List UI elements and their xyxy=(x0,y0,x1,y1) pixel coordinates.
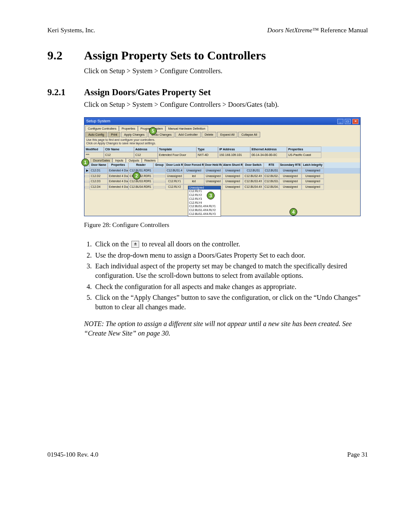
door-row[interactable]: C12.D2Extended 4 DoorC12.BUS2.RDR1Unassi… xyxy=(84,174,360,179)
step-1b: to reveal all doors on the controller. xyxy=(140,240,240,248)
delete-button[interactable]: Delete xyxy=(202,132,216,137)
col-template: Template xyxy=(158,146,196,152)
header-product: Doors NetXtreme xyxy=(267,27,312,34)
door-cell: C12.BUS4.4X xyxy=(264,184,279,190)
door-cell: Unassigned xyxy=(279,174,302,179)
door-cell: C12.BUS1 xyxy=(243,168,264,174)
door-cell: C12.D1 xyxy=(90,168,108,174)
door-row[interactable]: C12.D3Extended 4 DoorC12.BUS3.RDR1C12.RL… xyxy=(84,179,360,184)
door-cell: C12.BUS4.RDR1 xyxy=(128,184,153,190)
step-5: Click on the “Apply Changes” button to s… xyxy=(93,293,368,311)
door-cell: Unassigned xyxy=(279,168,302,174)
controller-row[interactable]: *** C12 C12 Extended Four Door NXT-4D 19… xyxy=(84,152,360,158)
door-row[interactable]: C12.D4Extended 4 DoorC12.BUS4.RDR1C12.RL… xyxy=(84,184,360,190)
cell-modified: *** xyxy=(84,152,104,158)
col-ip: IP Address xyxy=(218,146,250,152)
door-cell: Unassigned xyxy=(302,174,324,179)
cell-template: Extended Four Door xyxy=(158,152,196,158)
door-cell: Unassigned xyxy=(222,174,243,179)
door-cell: C12.D3 xyxy=(90,179,108,184)
door-lock-dropdown[interactable]: Unassigned C12.RLY1 C12.RLY2 C12.RLY3 C1… xyxy=(188,186,221,217)
h-reader: Reader xyxy=(128,162,153,168)
sub-tabs: Doors/Gates Inputs Outputs Readers xyxy=(84,158,360,162)
callout-3: 3 xyxy=(207,192,215,199)
door-cell: Extended 4 Door xyxy=(108,184,128,190)
col-modified: Modified xyxy=(84,146,104,152)
minimize-button[interactable]: _ xyxy=(337,119,343,124)
toolbar: Auto Config Print Apply Changes Undo Cha… xyxy=(84,131,360,138)
subtab-outputs[interactable]: Outputs xyxy=(126,158,142,162)
door-cell: C12.BUS1.4 xyxy=(165,168,184,174)
h-group: Group xyxy=(153,162,165,168)
cell-ethernet: 00-14-34-00-00-0C xyxy=(250,152,287,158)
cell-ctlr-name: C12 xyxy=(104,152,134,158)
door-cell: Unassigned xyxy=(222,179,243,184)
steps-list: Click on the ± to reveal all doors on th… xyxy=(84,240,368,311)
maximize-button[interactable]: ▭ xyxy=(345,119,351,124)
doors-grid-header: Door Name Properties Reader Group Door L… xyxy=(84,162,360,168)
door-cell xyxy=(84,187,90,188)
page-footer: 01945-100 Rev. 4.0 Page 31 xyxy=(47,450,368,459)
door-row[interactable]: ▶C12.D1Extended 4 DoorC12.BUS1.RDR1C12.B… xyxy=(84,168,360,174)
tab-manual-hardware[interactable]: Manual Hardware Definition xyxy=(165,126,208,131)
door-cell: C12.BUS2.4X xyxy=(264,174,279,179)
tip-line-1: Use this page to find and configure your… xyxy=(86,138,358,142)
door-cell: Unassigned xyxy=(184,168,204,174)
dd-opt[interactable]: C12.BUS1.4X4.RLY2 xyxy=(188,208,221,212)
door-cell: Unassigned xyxy=(302,179,324,184)
subsection-title: Assign Doors/Gates Property Set xyxy=(84,87,211,97)
door-cell xyxy=(84,175,90,177)
door-cell xyxy=(153,170,165,171)
tab-configure-controllers[interactable]: Configure Controllers xyxy=(85,126,119,131)
subtab-inputs[interactable]: Inputs xyxy=(112,158,126,162)
footer-left: 01945-100 Rev. 4.0 xyxy=(47,450,98,459)
door-cell: Unassigned xyxy=(165,174,184,179)
tab-properties[interactable]: Properties xyxy=(119,126,138,131)
expand-all-button[interactable]: Expand All xyxy=(217,132,237,137)
dd-opt[interactable]: C12.BUS1.4X4.RLY3 xyxy=(188,212,221,216)
footer-right: Page 31 xyxy=(347,450,368,459)
header-tm: ™ xyxy=(312,27,319,34)
h-door-lock: Door Lock Relay xyxy=(165,162,184,168)
door-cell: Unassigned xyxy=(302,168,324,174)
callout-4: 4 xyxy=(290,208,297,216)
door-cell: C12.BUS3.RDR1 xyxy=(128,179,153,184)
door-cell: ied xyxy=(184,179,204,184)
door-cell: Unassigned xyxy=(222,168,243,174)
dd-opt[interactable]: C12.RLY3 xyxy=(188,197,221,201)
dd-opt[interactable]: C12.RLY1 xyxy=(188,190,221,193)
tip-text: Use this page to find and configure your… xyxy=(84,138,360,146)
door-cell xyxy=(153,181,165,183)
cell-properties: US-Pacific Coast xyxy=(287,152,321,158)
expand-icon[interactable]: ± xyxy=(131,241,139,248)
col-address: Address xyxy=(134,146,158,152)
dd-opt[interactable]: C12.RLY2 xyxy=(188,193,221,197)
dd-opt[interactable]: Unassigned xyxy=(188,186,221,190)
subsection-heading: 9.2.1Assign Doors/Gates Property Set xyxy=(47,86,368,98)
door-cell: C12.RLY1 xyxy=(165,179,184,184)
door-cell: Unassigned xyxy=(279,179,302,184)
door-cell: Extended 4 Door xyxy=(108,174,128,179)
window-titlebar: Setup System _ ▭ ✕ xyxy=(84,118,360,125)
subtab-doors-gates[interactable]: Doors/Gates xyxy=(90,158,112,162)
col-ethernet: Ethernet Address xyxy=(250,146,287,152)
figure-caption: Figure 28: Configure Controllers xyxy=(84,221,368,229)
door-cell: C12.BUS2.4X xyxy=(243,174,264,179)
subsection-number: 9.2.1 xyxy=(47,86,84,98)
dd-opt[interactable]: C12.RLY4 xyxy=(188,201,221,205)
subtab-readers[interactable]: Readers xyxy=(142,158,158,162)
add-controller-button[interactable]: Add Controller xyxy=(175,132,201,137)
section-intro: Click on Setup > System > Configure Cont… xyxy=(84,66,368,76)
close-button[interactable]: ✕ xyxy=(352,119,358,124)
door-cell xyxy=(153,175,165,177)
auto-config-button[interactable]: Auto Config xyxy=(85,132,107,137)
cell-address: C12 xyxy=(134,152,158,158)
window-controls: _ ▭ ✕ xyxy=(337,118,358,124)
apply-changes-button[interactable]: Apply Changes xyxy=(121,132,147,137)
print-button[interactable]: Print xyxy=(108,132,120,137)
dd-opt[interactable]: C12.BUS1.4X4.RLY1 xyxy=(188,205,221,208)
door-cell: Unassigned xyxy=(222,184,243,190)
door-cell: Unassigned xyxy=(204,168,222,174)
collapse-all-button[interactable]: Collapse All xyxy=(238,132,260,137)
h-alarm-shunt: Alarm Shunt Relay xyxy=(222,162,243,168)
